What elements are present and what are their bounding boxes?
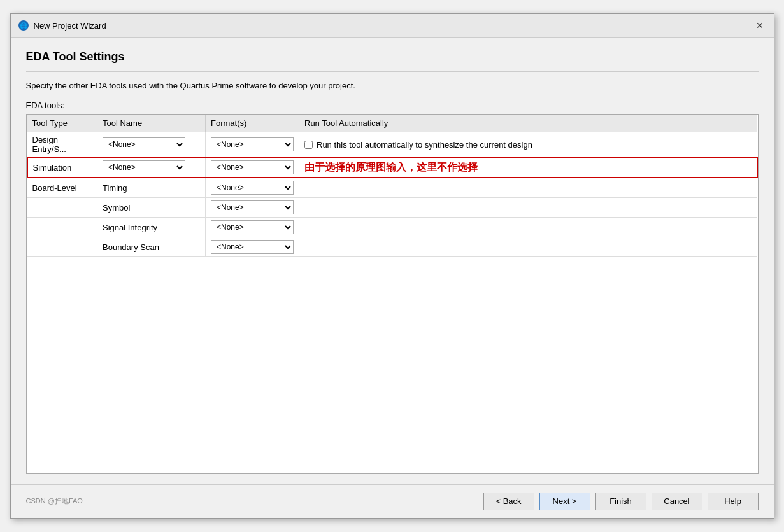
formats-simulation-select[interactable]: <None> [211,160,294,174]
title-bar-left: 🌐 New Project Wizard [18,20,106,31]
dialog-content: EDA Tool Settings Specify the other EDA … [11,38,774,484]
formats-timing-select[interactable]: <None> [211,181,294,195]
dialog: 🌐 New Project Wizard ✕ EDA Tool Settings… [10,13,774,519]
dialog-title: New Project Wizard [34,21,106,31]
cell-formats-design[interactable]: <None> [206,132,299,158]
cell-formats-symbol[interactable]: <None> [206,198,299,218]
cell-tool-name-signal: Signal Integrity [97,218,206,237]
eda-tools-table-container: Tool Type Tool Name Format(s) Run Tool A… [26,114,759,474]
cancel-button[interactable]: Cancel [652,493,702,510]
formats-design-select[interactable]: <None> [211,137,294,151]
table-row-simulation: Simulation <None> <None> 由于选择 [27,157,757,178]
cell-run-symbol [299,198,757,218]
next-button[interactable]: Next > [539,493,590,510]
table-row: Board-Level Timing <None> [27,178,757,198]
cell-tool-name-design[interactable]: <None> [97,132,206,158]
back-button[interactable]: < Back [483,493,534,510]
run-auto-design-checkbox[interactable] [304,141,313,149]
help-button[interactable]: Help [708,493,759,510]
page-title: EDA Tool Settings [26,50,759,64]
cell-run-design: Run this tool automatically to synthesiz… [299,132,757,158]
description: Specify the other EDA tools used with th… [26,81,759,90]
title-bar: 🌐 New Project Wizard ✕ [11,14,774,38]
cell-run-simulation: 由于选择的原理图输入，这里不作选择 [299,157,757,178]
cell-run-signal [299,218,757,237]
col-header-run-auto: Run Tool Automatically [299,115,757,132]
cell-tool-type-signal [27,218,97,237]
cell-tool-name-simulation[interactable]: <None> [97,157,206,178]
cell-formats-boundary[interactable]: <None> [206,237,299,257]
col-header-tool-name: Tool Name [97,115,206,132]
table-row: Boundary Scan <None> [27,237,757,257]
cell-tool-type-symbol [27,198,97,218]
run-auto-design-label: Run this tool automatically to synthesiz… [317,140,532,150]
col-header-tool-type: Tool Type [27,115,97,132]
cell-tool-type-board: Board-Level [27,178,97,198]
table-body: Design Entry/S... <None> <None> [27,132,757,473]
cell-tool-type-simulation: Simulation [27,157,97,178]
cell-formats-signal[interactable]: <None> [206,218,299,237]
eda-tools-table: Tool Type Tool Name Format(s) Run Tool A… [27,115,758,473]
cell-tool-type-design: Design Entry/S... [27,132,97,158]
app-icon: 🌐 [18,20,29,31]
annotation-text: 由于选择的原理图输入，这里不作选择 [304,162,478,172]
close-button[interactable]: ✕ [753,19,766,32]
formats-boundary-select[interactable]: <None> [211,240,294,254]
section-label: EDA tools: [26,101,759,110]
finish-button[interactable]: Finish [595,493,646,510]
cell-tool-name-boundary: Boundary Scan [97,237,206,257]
tool-name-simulation-select[interactable]: <None> [103,160,185,174]
tool-name-design-select[interactable]: <None> [103,137,185,151]
divider [26,71,759,72]
formats-signal-select[interactable]: <None> [211,220,294,234]
cell-tool-name-symbol: Symbol [97,198,206,218]
table-header: Tool Type Tool Name Format(s) Run Tool A… [27,115,757,132]
cell-tool-type-boundary [27,237,97,257]
formats-symbol-select[interactable]: <None> [211,200,294,214]
cell-formats-simulation[interactable]: <None> [206,157,299,178]
empty-row [27,257,757,473]
table-row: Symbol <None> [27,198,757,218]
checkbox-container-design: Run this tool automatically to synthesiz… [304,140,752,150]
cell-formats-timing[interactable]: <None> [206,178,299,198]
table-row: Design Entry/S... <None> <None> [27,132,757,158]
dialog-footer: CSDN @扫地FAO < Back Next > Finish Cancel … [11,484,774,518]
col-header-formats: Format(s) [206,115,299,132]
cell-run-boundary [299,237,757,257]
cell-run-timing [299,178,757,198]
header-row: Tool Type Tool Name Format(s) Run Tool A… [27,115,757,132]
cell-tool-name-timing: Timing [97,178,206,198]
watermark-text: CSDN @扫地FAO [26,496,83,506]
table-row: Signal Integrity <None> [27,218,757,237]
